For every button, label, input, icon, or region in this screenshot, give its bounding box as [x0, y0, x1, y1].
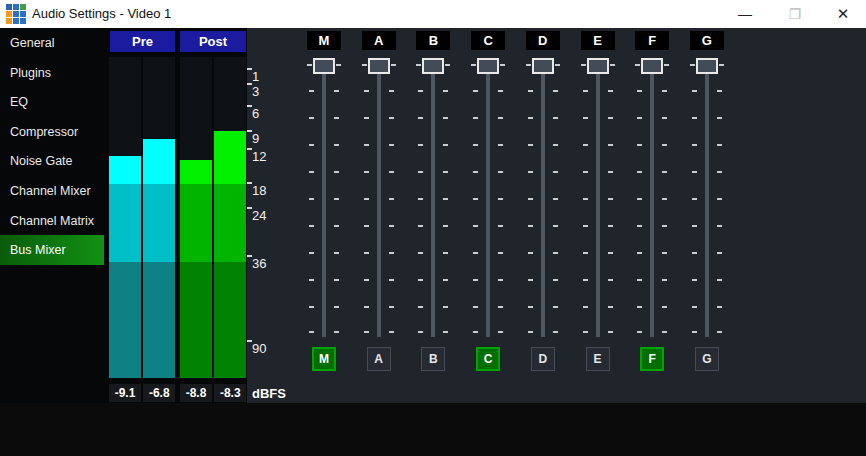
fader-scale-tick — [418, 198, 423, 200]
fader-scale-tick — [443, 90, 448, 92]
meter-value-readout: -9.1 — [109, 384, 141, 402]
fader-scale-tick — [334, 279, 339, 281]
fader-scale-tick — [443, 252, 448, 254]
fader-scale-tick — [583, 331, 588, 333]
fader-scale-tick — [309, 331, 314, 333]
fader-scale-tick — [334, 171, 339, 173]
bus-assign-button-m[interactable]: M — [312, 347, 336, 371]
fader-scale-tick — [443, 144, 448, 146]
fader-track-g[interactable] — [705, 74, 709, 337]
bus-assign-button-c[interactable]: C — [476, 347, 500, 371]
fader-scale-tick — [662, 171, 667, 173]
fader-handle-tick-left — [416, 64, 421, 66]
sidebar-item-eq[interactable]: EQ — [0, 87, 104, 117]
fader-header-g: G — [690, 31, 724, 50]
fader-handle-tick-left — [690, 64, 695, 66]
sidebar-item-compressor[interactable]: Compressor — [0, 117, 104, 147]
fader-scale-tick — [528, 171, 533, 173]
fader-scale-tick — [443, 279, 448, 281]
fader-scale-tick — [389, 144, 394, 146]
fader-scale-tick — [637, 306, 642, 308]
fader-scale-tick — [553, 252, 558, 254]
fader-scale-tick — [583, 117, 588, 119]
meter-level-segment — [180, 262, 212, 378]
fader-scale-tick — [637, 279, 642, 281]
fader-scale-tick — [389, 252, 394, 254]
fader-track-m[interactable] — [322, 74, 326, 337]
fader-scale-tick — [583, 90, 588, 92]
fader-scale-tick — [364, 117, 369, 119]
bus-assign-button-b[interactable]: B — [421, 347, 445, 371]
sidebar-item-channel-mixer[interactable]: Channel Mixer — [0, 176, 104, 206]
fader-scale-tick — [364, 198, 369, 200]
fader-scale-tick — [418, 90, 423, 92]
fader-scale-tick — [364, 171, 369, 173]
fader-scale-tick — [334, 144, 339, 146]
fader-handle-m[interactable] — [313, 58, 335, 74]
fader-header-f: F — [635, 31, 669, 50]
meter-level-segment — [180, 184, 212, 262]
fader-handle-b[interactable] — [422, 58, 444, 74]
fader-track-f[interactable] — [650, 74, 654, 337]
fader-track-e[interactable] — [596, 74, 600, 337]
fader-scale-tick — [389, 198, 394, 200]
fader-scale-tick — [473, 117, 478, 119]
fader-handle-a[interactable] — [368, 58, 390, 74]
bus-assign-button-f[interactable]: F — [640, 347, 664, 371]
meter-scale-label: 12 — [252, 149, 266, 164]
fader-handle-c[interactable] — [477, 58, 499, 74]
fader-scale-tick — [692, 279, 697, 281]
minimize-button[interactable]: — — [722, 0, 768, 28]
fader-handle-g[interactable] — [696, 58, 718, 74]
fader-handle-f[interactable] — [641, 58, 663, 74]
bus-assign-button-d[interactable]: D — [531, 347, 555, 371]
bus-assign-button-a[interactable]: A — [367, 347, 391, 371]
fader-scale-tick — [692, 252, 697, 254]
fader-handle-d[interactable] — [532, 58, 554, 74]
fader-scale-tick — [498, 279, 503, 281]
fader-scale-tick — [443, 171, 448, 173]
fader-scale-tick — [498, 144, 503, 146]
sidebar-item-channel-matrix[interactable]: Channel Matrix — [0, 206, 104, 236]
maximize-button[interactable]: ❐ — [772, 0, 818, 28]
fader-scale-tick — [418, 306, 423, 308]
fader-scale-tick — [498, 90, 503, 92]
fader-scale-tick — [364, 306, 369, 308]
title-bar: Audio Settings - Video 1 — ❐ ✕ — [0, 0, 866, 28]
fader-header-a: A — [362, 31, 396, 50]
meter-value-readout: -8.8 — [180, 384, 212, 402]
fader-scale-tick — [309, 117, 314, 119]
fader-scale-tick — [662, 306, 667, 308]
fader-handle-e[interactable] — [587, 58, 609, 74]
fader-scale-tick — [309, 279, 314, 281]
bus-assign-button-e[interactable]: E — [586, 347, 610, 371]
sidebar-item-plugins[interactable]: Plugins — [0, 58, 104, 88]
meter-level-segment — [214, 262, 246, 378]
fader-track-d[interactable] — [541, 74, 545, 337]
fader-scale-tick — [717, 117, 722, 119]
fader-scale-tick — [473, 331, 478, 333]
fader-track-a[interactable] — [377, 74, 381, 337]
fader-track-b[interactable] — [431, 74, 435, 337]
sidebar-item-bus-mixer[interactable]: Bus Mixer — [0, 235, 104, 265]
sidebar-item-noise-gate[interactable]: Noise Gate — [0, 146, 104, 176]
fader-scale-tick — [364, 279, 369, 281]
fader-track-c[interactable] — [486, 74, 490, 337]
fader-scale-tick — [637, 252, 642, 254]
fader-scale-tick — [692, 144, 697, 146]
fader-scale-tick — [528, 306, 533, 308]
sidebar-item-general[interactable]: General — [0, 28, 104, 58]
fader-scale-tick — [662, 252, 667, 254]
fader-scale-tick — [389, 171, 394, 173]
close-window-button[interactable]: ✕ — [820, 0, 866, 28]
fader-scale-tick — [334, 331, 339, 333]
fader-scale-tick — [389, 90, 394, 92]
fader-scale-tick — [334, 252, 339, 254]
bus-assign-button-g[interactable]: G — [695, 347, 719, 371]
fader-scale-tick — [364, 225, 369, 227]
fader-scale-tick — [608, 279, 613, 281]
fader-scale-tick — [608, 306, 613, 308]
post-meter-header: Post — [180, 31, 246, 52]
fader-scale-tick — [553, 225, 558, 227]
fader-scale-tick — [717, 198, 722, 200]
